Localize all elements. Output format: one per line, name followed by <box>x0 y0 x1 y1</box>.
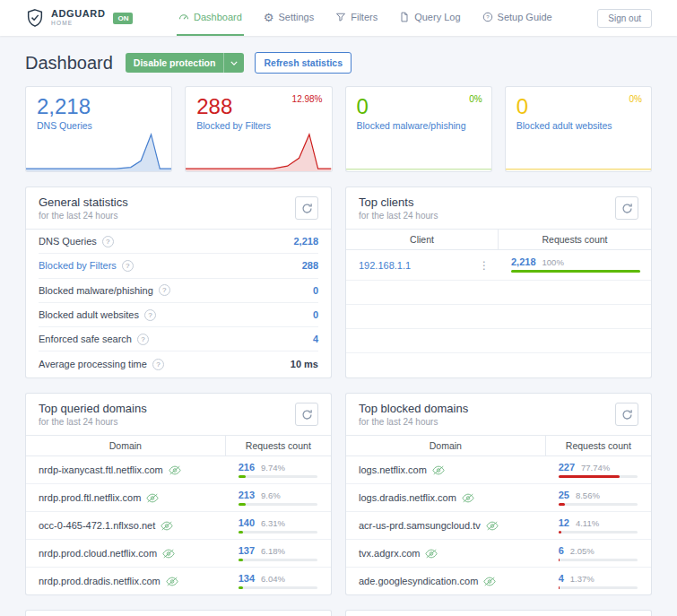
refresh-button[interactable] <box>615 403 638 426</box>
requests-count: 216 <box>239 462 255 473</box>
table-row: occ-0-465-472.1.nflxso.net 1406.31% <box>26 512 331 540</box>
stat-cards-row: 2,218 DNS Queries 288 Blocked by Filters… <box>25 86 652 172</box>
nav-setup-guide[interactable]: ? Setup Guide <box>481 0 554 36</box>
stat-value: 0 <box>357 94 481 119</box>
help-icon[interactable] <box>144 309 156 321</box>
top-clients-panel: Top clients for the last 24 hours Client… <box>345 187 652 378</box>
top-blocked-table: Domain Requests count logs.netflix.com 2… <box>346 436 651 594</box>
stat-label-link[interactable]: Blocked adult websites <box>516 120 640 131</box>
domain-name: nrdp-ixanycast.ftl.netflix.com <box>39 464 163 475</box>
table-row-empty <box>346 281 651 305</box>
stat-label-link[interactable]: DNS Queries <box>37 120 161 131</box>
sign-out-button[interactable]: Sign out <box>597 9 652 28</box>
table-row: nrdp.prod.ftl.netflix.com 2139.6% <box>26 484 331 512</box>
eye-off-icon[interactable] <box>432 465 445 475</box>
requests-count: 213 <box>239 490 255 500</box>
column-header: Client <box>346 230 499 250</box>
help-icon[interactable] <box>159 284 170 296</box>
refresh-icon <box>621 203 633 214</box>
help-icon[interactable] <box>102 236 114 247</box>
refresh-button[interactable] <box>295 403 318 426</box>
client-ip-link[interactable]: 192.168.1.1 <box>359 260 411 271</box>
progress-bar <box>511 270 640 273</box>
refresh-button[interactable] <box>295 196 318 220</box>
chevron-down-icon <box>223 53 244 73</box>
blocked-filters-sparkline <box>186 132 331 171</box>
domain-name: ade.googlesyndication.com <box>359 576 478 586</box>
stat-label-link[interactable]: Blocked by Filters <box>196 120 320 131</box>
nav-dashboard[interactable]: Dashboard <box>177 0 244 36</box>
help-icon[interactable] <box>152 359 164 370</box>
disable-protection-button[interactable]: Disable protection <box>126 53 245 73</box>
stat-card-blocked-adult: 0 Blocked adult websites 0% <box>505 86 652 172</box>
stat-row-label-link[interactable]: Blocked by Filters <box>39 260 117 271</box>
refresh-button[interactable] <box>615 196 638 220</box>
table-row-empty <box>346 305 651 329</box>
table-row: logs.dradis.netflix.com 258.56% <box>346 484 651 512</box>
progress-bar <box>559 586 638 589</box>
avg-upstream-response-panel: Average upstream response time for the l… <box>345 610 652 616</box>
stat-row-value: 288 <box>302 260 318 271</box>
eye-off-icon[interactable] <box>166 577 178 586</box>
stat-row-label: Enforced safe search <box>39 334 132 344</box>
stat-label-link[interactable]: Blocked malware/phishing <box>357 120 481 131</box>
requests-percent: 8.56% <box>576 490 600 500</box>
requests-count: 6 <box>559 545 564 556</box>
refresh-icon <box>301 409 313 421</box>
stat-percent: 0% <box>469 94 482 104</box>
domain-name: nrdp.prod.ftl.netflix.com <box>39 492 141 503</box>
panels-row-3: Top upstreams for the last 24 hours Aver… <box>25 610 652 616</box>
nav-label: Filters <box>351 12 378 22</box>
requests-count: 25 <box>559 490 569 500</box>
stat-row: Average processing time 10 ms <box>39 351 318 376</box>
table-row: 192.168.1.1 2,218 100% <box>346 250 651 281</box>
eye-off-icon[interactable] <box>169 465 181 475</box>
nav-label: Setup Guide <box>498 12 552 22</box>
eye-off-icon[interactable] <box>462 493 474 503</box>
panel-header: Average upstream response time for the l… <box>346 611 651 616</box>
table-row: tvx.adgrx.com 62.05% <box>346 540 651 568</box>
requests-percent: 6.04% <box>261 574 285 584</box>
eye-off-icon[interactable] <box>162 549 175 559</box>
panel-header: Top blocked domains for the last 24 hour… <box>346 394 651 436</box>
stat-percent: 12.98% <box>292 94 323 104</box>
eye-off-icon[interactable] <box>425 549 438 559</box>
progress-bar <box>239 531 317 534</box>
column-header: Requests count <box>226 436 331 456</box>
eye-off-icon[interactable] <box>161 521 173 531</box>
eye-off-icon[interactable] <box>486 521 499 531</box>
panel-header: Top clients for the last 24 hours <box>346 187 651 230</box>
row-menu-icon[interactable] <box>479 259 490 272</box>
panel-subtitle: for the last 24 hours <box>39 417 147 427</box>
eye-off-icon[interactable] <box>483 577 496 586</box>
table-row: nrdp.prod.dradis.netflix.com 1346.04% <box>26 568 331 594</box>
settings-gear-icon: ⚙ <box>264 12 274 23</box>
progress-bar <box>559 475 638 478</box>
progress-bar <box>239 586 317 589</box>
help-icon[interactable] <box>122 260 134 272</box>
nav-settings[interactable]: ⚙ Settings <box>262 0 316 36</box>
dns-queries-sparkline <box>26 132 171 171</box>
general-statistics-panel: General statistics for the last 24 hours… <box>25 187 332 378</box>
requests-percent: 77.74% <box>581 463 610 473</box>
brand-name: ADGUARD <box>51 9 105 19</box>
help-icon[interactable] <box>137 334 149 345</box>
stat-card-dns-queries: 2,218 DNS Queries <box>25 86 172 172</box>
adguard-logo-icon[interactable] <box>25 8 45 28</box>
nav-filters[interactable]: Filters <box>334 0 379 36</box>
panel-title: Top blocked domains <box>359 402 468 415</box>
refresh-statistics-button[interactable]: Refresh statistics <box>255 52 352 74</box>
eye-off-icon[interactable] <box>146 493 159 503</box>
panel-subtitle: for the last 24 hours <box>39 211 128 221</box>
nav-query-log[interactable]: Query Log <box>397 0 462 36</box>
brand-text: ADGUARD HOME <box>51 9 105 27</box>
panel-title: Top queried domains <box>39 402 147 415</box>
requests-count: 140 <box>239 517 255 528</box>
stat-value: 0 <box>516 94 640 119</box>
column-header: Requests count <box>546 436 651 456</box>
requests-count: 12 <box>559 517 569 528</box>
requests-percent: 6.18% <box>261 546 285 556</box>
panel-title: Top clients <box>359 195 438 209</box>
stat-row-value: 0 <box>313 309 318 320</box>
top-clients-table: Client Requests count 192.168.1.1 2,218 … <box>346 230 651 377</box>
